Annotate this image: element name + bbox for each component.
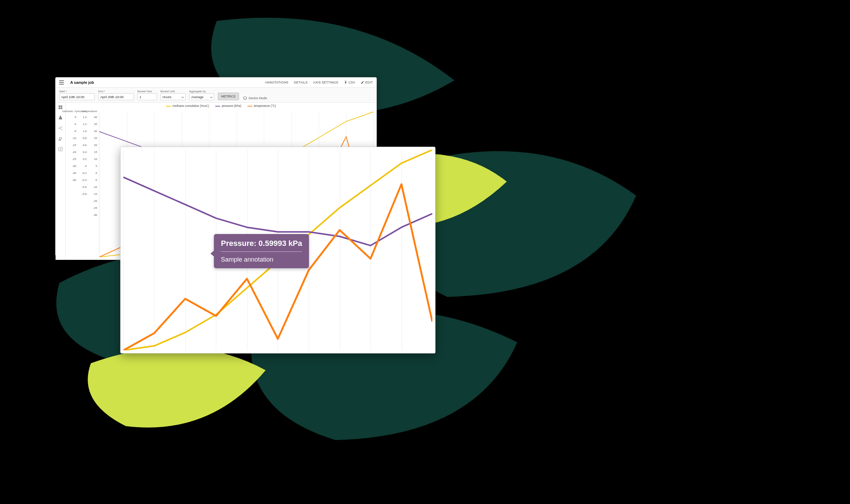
metrics-button[interactable]: METRICS	[218, 93, 239, 100]
start-input[interactable]: April 10th 10:00	[59, 93, 95, 100]
annotation-tooltip: Pressure: 0.59993 kPa Sample annotation	[214, 234, 309, 268]
layout-icon[interactable]	[58, 105, 63, 110]
menu-icon[interactable]	[59, 80, 64, 85]
page-title: A sample job	[70, 80, 94, 85]
axis-temperature: temperature 40 35 30 25 20 15 10 5 0 -5 …	[89, 110, 97, 219]
legend-item: pressure (kPa)	[215, 104, 241, 108]
svg-rect-3	[61, 105, 63, 107]
axis-methane: methane ⤢ 5 0 -5 -10 -15 -20 -25 -30 -35…	[68, 110, 76, 219]
link-axis-settings[interactable]: AXIS SETTINGS	[313, 81, 338, 84]
end-field: End * April 20th 10:00	[98, 90, 134, 100]
link-details[interactable]: DETAILS	[294, 81, 308, 84]
device-icon	[243, 96, 247, 100]
bucket-size-field: Bucket Size 1	[137, 90, 157, 100]
end-input[interactable]: April 20th 10:00	[98, 93, 134, 100]
svg-rect-2	[59, 105, 60, 107]
tooltip-body: Sample annotation	[221, 256, 302, 263]
sidebar	[56, 103, 66, 260]
y-axes: methane ⤢ 5 0 -5 -10 -15 -20 -25 -30 -35…	[68, 110, 97, 219]
link-annotations[interactable]: ANNOTATIONS	[265, 81, 288, 84]
svg-point-10	[61, 138, 62, 139]
chevron-down-icon	[181, 95, 184, 98]
svg-rect-4	[59, 108, 60, 109]
start-field: Start * April 10th 10:00	[59, 90, 95, 100]
svg-point-8	[61, 129, 62, 130]
svg-rect-0	[243, 97, 246, 99]
bucket-unit-field: Bucket Unit Hours	[160, 90, 186, 100]
controls-row: Start * April 10th 10:00 End * April 20t…	[56, 88, 376, 103]
csv-button[interactable]: CSV	[344, 81, 355, 84]
svg-point-9	[59, 137, 61, 139]
top-bar: A sample job ANNOTATIONS DETAILS AXIS SE…	[56, 78, 376, 88]
chevron-down-icon	[210, 95, 212, 98]
add-icon[interactable]	[58, 147, 63, 152]
flask-icon[interactable]	[58, 115, 63, 120]
legend-item: temperature (°C)	[247, 104, 276, 108]
share-icon[interactable]	[58, 126, 63, 131]
pencil-icon	[361, 81, 364, 84]
group-icon[interactable]	[58, 136, 63, 141]
bucket-unit-select[interactable]: Hours	[160, 93, 186, 100]
chart-legend: methane cumulative (%vol.) pressure (kPa…	[66, 103, 376, 109]
axis-pressure: pressure 1.4 1.2 1.0 0.8 0.6 0.4 0.2 0 -…	[78, 110, 87, 219]
edit-button[interactable]: EDIT	[361, 81, 373, 84]
aggregate-field: Aggregate by Average	[189, 90, 214, 100]
device-mode-toggle[interactable]: Device Mode	[243, 96, 267, 100]
svg-point-7	[61, 126, 62, 127]
aggregate-select[interactable]: Average	[189, 93, 214, 100]
legend-item: methane cumulative (%vol.)	[166, 104, 209, 108]
svg-point-6	[59, 128, 59, 129]
download-icon	[344, 81, 347, 84]
bucket-size-input[interactable]: 1	[137, 93, 157, 100]
tooltip-title: Pressure: 0.59993 kPa	[221, 239, 302, 248]
svg-rect-1	[244, 100, 245, 100]
svg-rect-5	[61, 108, 63, 109]
